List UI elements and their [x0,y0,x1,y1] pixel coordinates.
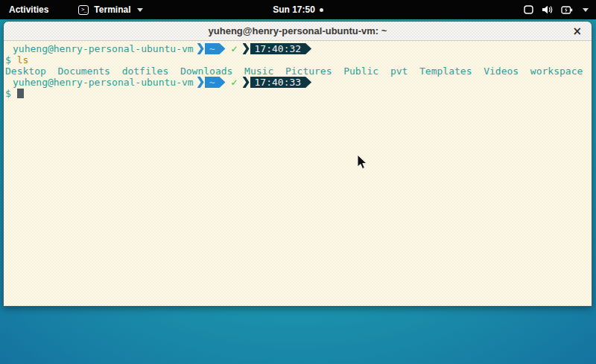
app-menu-terminal[interactable]: >_ Terminal [78,0,143,19]
terminal-content[interactable]: yuheng@henry-personal-ubuntu-vm ~ ✓ 17:4… [4,41,592,307]
path-segment: ~ [205,43,226,54]
topbar-left: Activities >_ Terminal [0,0,143,19]
terminal-icon: >_ [78,5,89,15]
system-status-area[interactable] [524,0,592,19]
chevron-down-icon [137,8,143,12]
prompt-time: 17:40:32 [255,43,302,54]
terminal-window: yuheng@henry-personal-ubuntu-vm: ~ × yuh… [3,21,592,307]
prompt-line-2: yuheng@henry-personal-ubuntu-vm ~ ✓ 17:4… [5,77,592,88]
powerline-chevron-icon [243,43,250,54]
directory-name: Pictures [285,66,332,77]
directory-name: Downloads [180,66,232,77]
status-check-icon: ✓ [230,77,238,88]
time-segment: 17:40:32 [250,43,312,54]
powerline-chevron-icon [197,43,204,54]
prompt-line-1: yuheng@henry-personal-ubuntu-vm ~ ✓ 17:4… [5,43,592,54]
prompt-path: ~ [209,77,215,88]
window-title: yuheng@henry-personal-ubuntu-vm: ~ [209,25,387,36]
prompt-path: ~ [209,43,215,54]
status-check-icon: ✓ [230,44,238,54]
powerline-chevron-icon [197,77,204,88]
prompt-time: 17:40:33 [255,77,302,88]
app-menu-label: Terminal [94,4,130,15]
directory-name: workspace [530,66,583,77]
typed-command: ls [17,54,29,66]
directory-name: Public [343,66,378,77]
directory-name: Videos [484,66,519,77]
close-icon[interactable]: × [572,25,582,36]
battery-charging-icon [561,6,573,14]
notification-dot-icon [320,8,323,12]
display-icon [524,5,533,14]
powerline-chevron-icon [243,77,250,88]
volume-icon [542,5,553,14]
directory-name: Documents [57,66,110,77]
directory-name: Music [244,66,273,77]
chevron-down-icon [583,8,589,12]
window-titlebar[interactable]: yuheng@henry-personal-ubuntu-vm: ~ × [4,22,592,41]
path-segment: ~ [205,77,226,88]
time-segment: 17:40:33 [250,77,312,88]
clock[interactable]: Sun 17:50 [273,4,315,15]
input-line[interactable]: $ [5,88,592,99]
top-bar: Activities >_ Terminal Sun 17:50 [0,0,596,19]
prompt-dollar: $ [5,54,11,66]
text-cursor [17,89,24,98]
ls-output-line: Desktop Documents dotfiles Downloads Mus… [5,66,592,77]
prompt-user: yuheng@henry-personal-ubuntu-vm [13,77,194,88]
directory-name: pvt [390,66,408,77]
prompt-user: yuheng@henry-personal-ubuntu-vm [13,43,194,54]
directory-name: dotfiles [122,66,169,77]
activities-button[interactable]: Activities [0,0,57,19]
prompt-dollar: $ [5,88,11,99]
command-line: $ ls [5,54,592,66]
directory-name: Templates [419,66,472,77]
directory-name: Desktop [5,66,46,77]
